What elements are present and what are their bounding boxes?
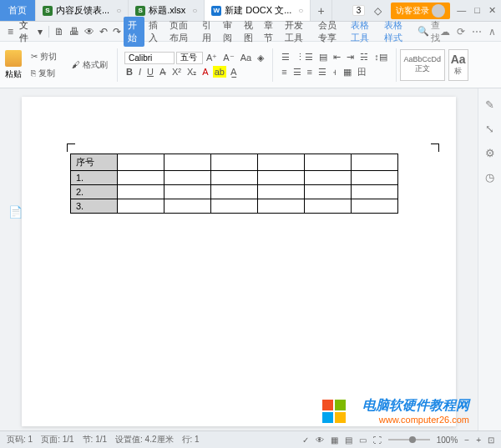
style-normal[interactable]: AaBbCcDd 正文 [400,49,445,81]
zoom-in-icon[interactable]: + [476,435,481,445]
strike-button[interactable]: A̶ [158,66,168,78]
position-value[interactable]: 设置值: 4.2厘米 [115,434,173,445]
reading-view-icon[interactable]: 👁 [316,435,324,445]
indent-left-icon[interactable]: ⇤ [331,51,342,63]
collapse-ribbon-icon[interactable]: ∧ [488,26,496,38]
highlight-button[interactable]: ab [213,66,226,78]
number-list-icon[interactable]: ⋮☰ [294,51,315,63]
font-name-select[interactable] [124,52,175,64]
style-heading[interactable]: Aa 标 [448,49,468,81]
format-painter-button[interactable]: 🖌 格式刷 [69,58,110,73]
minimize-button[interactable]: — [457,5,466,16]
redo-icon[interactable]: ↷ [113,26,121,38]
menu-icon[interactable]: ≡ [8,26,13,38]
menu-devtools[interactable]: 开发工具 [281,17,313,47]
increase-font-icon[interactable]: A⁺ [205,52,219,64]
font-color-button[interactable]: A [200,66,210,78]
file-menu[interactable]: 文件 [19,19,32,44]
undo-icon[interactable]: ↶ [99,26,108,38]
bold-button[interactable]: B [124,66,134,78]
tab-home[interactable]: 首页 [0,0,36,21]
properties-icon[interactable]: ◷ [485,171,494,184]
line-spacing-icon[interactable]: ↕▤ [372,51,389,63]
menu-table-style[interactable]: 表格样式 [380,17,412,47]
superscript-button[interactable]: X² [170,66,183,78]
decrease-font-icon[interactable]: A⁻ [221,52,235,64]
outline-view-icon[interactable]: ▤ [345,435,352,445]
web-layout-icon[interactable]: ▭ [359,435,367,445]
word-icon: W [211,6,221,16]
menu-layout[interactable]: 页面布局 [165,17,198,47]
cloud-icon[interactable]: ☁ [440,26,450,38]
subscript-button[interactable]: X₂ [185,66,198,78]
character-scale-button[interactable]: A̲ [229,66,239,78]
copy-button[interactable]: ⎘ 复制 [28,66,59,81]
menu-view[interactable]: 视图 [240,17,261,47]
avatar-icon [432,4,445,18]
menu-table-tools[interactable]: 表格工具 [347,17,379,47]
menu-review[interactable]: 审阅 [219,17,240,47]
maximize-button[interactable]: □ [474,5,480,16]
text-tools-icon[interactable]: ☵ [358,51,370,63]
font-size-select[interactable] [176,52,203,64]
menu-member[interactable]: 会员专享 [314,17,347,47]
search-box[interactable]: 🔍 查找 [418,19,440,44]
preview-icon[interactable]: 👁 [84,26,94,38]
menu-chapter[interactable]: 章节 [260,17,281,47]
page-count[interactable]: 页面: 1/1 [41,434,73,445]
table-cell[interactable]: 3. [71,199,118,214]
select-icon[interactable]: ⤡ [485,123,494,135]
sync-icon[interactable]: ⟳ [457,26,465,38]
close-icon[interactable]: ○ [192,6,197,15]
document-table[interactable]: 序号 1. 2. 3. [70,154,398,214]
multilevel-list-icon[interactable]: ▤ [317,51,329,63]
zoom-slider[interactable] [388,439,430,440]
close-icon[interactable]: ○ [298,6,303,15]
document-page[interactable]: 序号 1. 2. 3. [22,97,456,426]
close-button[interactable]: ✕ [488,5,496,16]
section-count[interactable]: 节: 1/1 [83,434,107,445]
table-header-cell[interactable]: 序号 [71,154,118,171]
shading-icon[interactable]: ▦ [342,66,353,78]
align-justify-icon[interactable]: ☰ [316,66,328,78]
row-number[interactable]: 行: 1 [182,434,200,445]
underline-button[interactable]: U [145,66,155,78]
pencil-icon[interactable]: ✎ [485,98,494,111]
save-icon[interactable]: 🗎 [54,26,64,38]
cut-button[interactable]: ✂ 剪切 [28,49,59,64]
align-center-icon[interactable]: ☰ [291,66,303,78]
fit-page-icon[interactable]: ⊡ [488,435,494,445]
print-layout-icon[interactable]: ▦ [331,435,338,445]
table-cell[interactable]: 2. [71,185,118,199]
align-left-icon[interactable]: ≡ [280,66,288,78]
menu-insert[interactable]: 插入 [144,17,165,47]
fullscreen-icon[interactable]: ⛶ [373,435,382,445]
spell-check-icon[interactable]: ✓ [302,435,309,445]
share-icon[interactable]: ⋯ [472,26,482,38]
align-right-icon[interactable]: ≡ [306,66,314,78]
italic-button[interactable]: I [137,66,143,78]
zoom-out-icon[interactable]: − [464,435,469,445]
zoom-level[interactable]: 100% [437,435,458,445]
change-case-icon[interactable]: Aa [239,52,253,63]
close-icon[interactable]: ○ [116,6,121,15]
distribute-icon[interactable]: ⫞ [331,66,339,78]
document-options-icon[interactable]: 📄 [8,205,23,219]
chevron-down-icon[interactable]: ▾ [38,26,43,38]
menu-references[interactable]: 引用 [198,17,219,47]
menu-start[interactable]: 开始 [124,17,144,47]
notification-icon[interactable]: ◇ [374,5,382,17]
table-row: 1. [71,171,398,185]
clear-format-icon[interactable]: ◈ [256,52,266,64]
bullet-list-icon[interactable]: ☰ [280,51,291,63]
vip-badge[interactable]: 3 [352,5,366,16]
tab-doc-0[interactable]: S 内容反馈表... ○ [36,0,129,21]
indent-right-icon[interactable]: ⇥ [345,51,356,63]
print-icon[interactable]: 🖶 [69,26,79,38]
page-number[interactable]: 页码: 1 [7,434,33,445]
clipboard-icon [5,50,22,67]
table-cell[interactable]: 1. [71,171,118,185]
paste-button[interactable]: 粘贴 [5,50,22,80]
settings-slider-icon[interactable]: ⚙ [485,147,495,159]
borders-icon[interactable]: 田 [356,65,368,79]
